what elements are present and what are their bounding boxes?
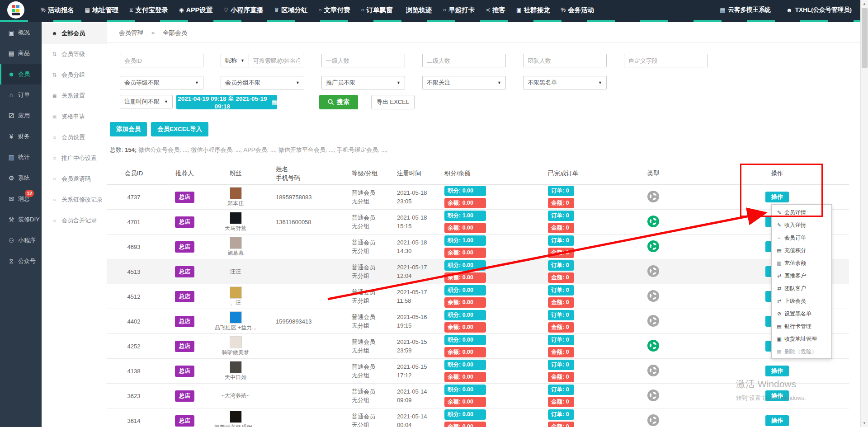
top-nav-item-0[interactable]: % 活动报名 xyxy=(41,6,74,14)
sidebar-item-2[interactable]: ☻ 会员 xyxy=(0,64,42,84)
top-nav-item-9[interactable]: ○ 早起打卡 xyxy=(443,6,475,14)
level2-count-input[interactable] xyxy=(422,54,506,67)
filter-select-4[interactable]: 不限黑名单 ▼ xyxy=(523,76,607,89)
top-bar: % 活动报名 ▤ 地址管理 ⧖ 支付宝登录 ◉ APP设置 ♡ 小程序直播 xyxy=(0,0,868,20)
top-nav-item-10[interactable]: ≺ 推客 xyxy=(486,6,505,14)
dropdown-item-8[interactable]: ⊘ 设置黑名单 xyxy=(772,307,831,320)
sidebar-item-0[interactable]: ▣ 概况 xyxy=(0,22,42,43)
sidebar-item-label: 公众号 xyxy=(18,257,36,265)
excel-import-button[interactable]: 会员EXCEL导入 xyxy=(151,122,208,136)
store-badge[interactable]: 总店 xyxy=(175,415,194,427)
team-count-input[interactable] xyxy=(523,54,607,67)
submenu-item-2[interactable]: ⇅ 会员分组 xyxy=(42,65,107,85)
custom-field-input[interactable] xyxy=(624,54,708,67)
level1-count-input[interactable] xyxy=(321,54,405,67)
row-action-button[interactable]: 操作 xyxy=(765,415,789,426)
store-badge[interactable]: 总店 xyxy=(175,390,194,402)
member-id-input[interactable] xyxy=(120,54,203,67)
filter-select-0[interactable]: 会员等级不限 ▼ xyxy=(120,76,203,89)
top-nav-item-3[interactable]: ◉ APP设置 xyxy=(179,6,212,14)
dropdown-item-1[interactable]: ✎ 收入详情 xyxy=(772,219,831,231)
sidebar-item-5[interactable]: ¥ 财务 xyxy=(0,126,42,147)
store-badge[interactable]: 总店 xyxy=(175,266,194,277)
add-member-button[interactable]: 添加会员 xyxy=(110,122,147,136)
submenu-item-7[interactable]: ○ 会员邀请码 xyxy=(42,169,107,189)
sidebar-item-11[interactable]: ⧖ 公众号 xyxy=(0,251,42,272)
cell-level-group: 普通会员 无分组 xyxy=(348,284,393,309)
store-badge[interactable]: 总店 xyxy=(175,216,194,228)
top-nav-item-1[interactable]: ▤ 地址管理 xyxy=(85,6,118,14)
store-badge[interactable]: 总店 xyxy=(175,192,194,203)
user-menu[interactable]: ☻ TXHL(公众号管理员) xyxy=(786,6,852,14)
top-nav-item-12[interactable]: % 会务活动 xyxy=(561,6,594,14)
cell-type xyxy=(601,408,705,427)
scrollbar-up-arrow[interactable]: ▲ xyxy=(861,0,868,8)
row-action-button[interactable]: 操作 xyxy=(765,192,789,202)
register-time-select[interactable]: 注册时间不限 ▼ xyxy=(120,95,173,108)
top-nav-item-4[interactable]: ♡ 小程序直播 xyxy=(223,6,263,14)
vertical-scrollbar[interactable]: ▲ ▼ xyxy=(860,0,868,427)
filter-select-1[interactable]: 会员分组不限 ▼ xyxy=(221,76,304,89)
submenu-item-8[interactable]: ○ 关系链修改记录 xyxy=(42,189,107,210)
top-nav-item-2[interactable]: ⧖ 支付宝登录 xyxy=(129,6,168,14)
sidebar-item-9[interactable]: ⚒ 装修DIY xyxy=(0,209,42,230)
dropdown-item-9[interactable]: ▤ 银行卡管理 xyxy=(772,320,831,333)
system-switcher[interactable]: ▦ 云客多模王系统 xyxy=(720,6,771,14)
nickname-search-input[interactable] xyxy=(249,54,304,67)
sidebar-item-6[interactable]: ▥ 统计 xyxy=(0,147,42,168)
dropdown-item-5[interactable]: ⇄ 直推客户 xyxy=(772,269,831,282)
member-row-6: 4252 总店 骑驴做美梦 普通会员 无分组 2021-05-15 xyxy=(107,334,849,359)
date-range-button[interactable]: 2021-04-19 09:18 至 2021-05-19 09:18 ▦ xyxy=(176,95,277,109)
dropdown-item-6[interactable]: ⇄ 团队客户 xyxy=(772,282,831,295)
submenu-item-6[interactable]: ○ 推广中心设置 xyxy=(42,148,107,169)
store-badge[interactable]: 总店 xyxy=(175,241,194,253)
dropdown-item-7[interactable]: ⇄ 上级会员 xyxy=(772,295,831,307)
brand-logo-icon xyxy=(12,5,19,12)
submenu-item-5[interactable]: ○ 会员设置 xyxy=(42,127,107,148)
filter-select-2[interactable]: 推广员不限 ▼ xyxy=(321,76,405,89)
sidebar-item-icon: ⚙ xyxy=(7,174,15,182)
submenu-item-4[interactable]: ≣ 资格申请 xyxy=(42,106,107,127)
dropdown-item-label: 上级会员 xyxy=(784,297,806,305)
store-badge[interactable]: 总店 xyxy=(175,341,194,352)
top-nav-item-11[interactable]: ▣ 社群接龙 xyxy=(516,6,550,14)
brand-logo[interactable] xyxy=(7,1,24,19)
row-action-button[interactable]: 操作 xyxy=(765,366,789,376)
sidebar-item-1[interactable]: ▤ 商品 xyxy=(0,43,42,64)
sidebar-item-3[interactable]: ⌂ 订单 xyxy=(0,84,42,105)
submenu-item-3[interactable]: ≣ 关系设置 xyxy=(42,85,107,106)
cell-reg-time: 2021-05-18 14:30 xyxy=(393,235,441,259)
scrollbar-down-arrow[interactable]: ▼ xyxy=(861,419,868,427)
dropdown-item-11[interactable]: ▦ 删除（危险） xyxy=(772,345,831,358)
export-excel-button[interactable]: 导出 EXCEL xyxy=(371,95,415,109)
nickname-field-select[interactable]: 昵称 ▼ xyxy=(221,54,249,67)
dropdown-item-0[interactable]: ✎ 会员详情 xyxy=(772,206,831,219)
chevron-down-icon: ▼ xyxy=(296,80,300,85)
breadcrumb-section[interactable]: 会员管理 xyxy=(119,29,143,36)
submenu-item-1[interactable]: ⇅ 会员等级 xyxy=(42,44,107,65)
dropdown-item-4[interactable]: ▥ 充值余额 xyxy=(772,257,831,269)
sidebar-item-8[interactable]: ✉ 消息 12 xyxy=(0,188,42,209)
submenu-item-0[interactable]: ☻ 全部会员 xyxy=(42,23,107,44)
dropdown-item-10[interactable]: ▣ 收货地址管理 xyxy=(772,333,831,345)
search-button[interactable]: 搜索 xyxy=(319,95,358,109)
scrollbar-thumb[interactable] xyxy=(862,8,868,68)
store-badge[interactable]: 总店 xyxy=(175,366,194,377)
top-nav-item-5[interactable]: ♛ 区域分红 xyxy=(274,6,308,14)
dropdown-item-2[interactable]: ≡ 会员订单 xyxy=(772,231,831,244)
cell-completed-orders: 订单: 0 金额: 0 xyxy=(524,235,601,259)
store-badge[interactable]: 总店 xyxy=(175,291,194,302)
sidebar-item-7[interactable]: ⚙ 系统 xyxy=(0,168,42,188)
filter-select-3[interactable]: 不限关注 ▼ xyxy=(422,76,506,89)
top-nav-item-label: 地址管理 xyxy=(92,6,118,14)
cell-phone xyxy=(262,259,348,284)
sidebar-item-10[interactable]: ⚇ 小程序 xyxy=(0,230,42,251)
top-nav-item-7[interactable]: ○ 订单飘窗 xyxy=(361,6,393,14)
store-badge[interactable]: 总店 xyxy=(175,316,194,327)
top-nav-item-8[interactable]: 浏览轨迹 xyxy=(404,6,432,14)
table-actions: 添加会员 会员EXCEL导入 xyxy=(107,122,860,136)
sidebar-item-4[interactable]: ⚂ 应用 xyxy=(0,105,42,126)
submenu-item-9[interactable]: ○ 会员合并记录 xyxy=(42,210,107,231)
dropdown-item-3[interactable]: ▤ 充值积分 xyxy=(772,244,831,257)
top-nav-item-6[interactable]: ○ 文章付费 xyxy=(318,6,350,14)
